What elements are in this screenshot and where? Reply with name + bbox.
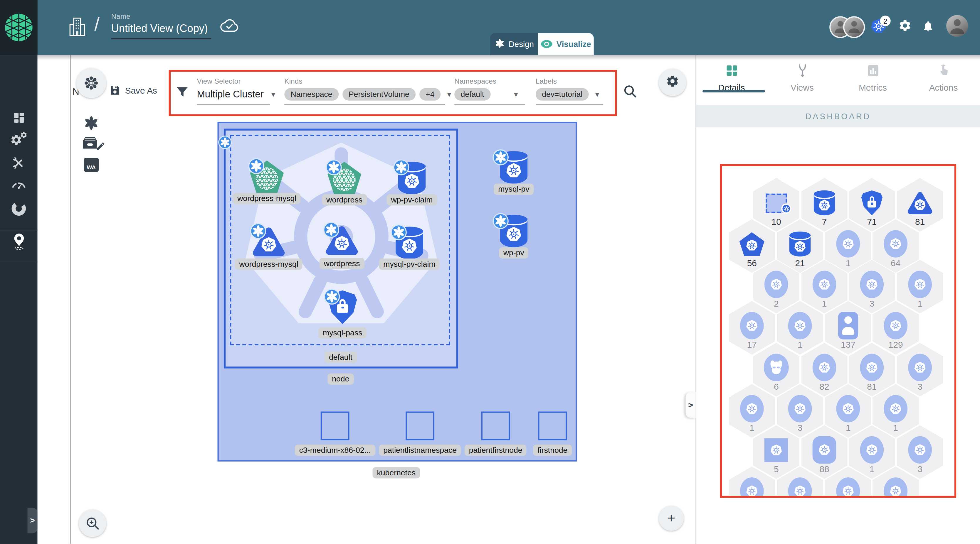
header-shadow — [0, 55, 980, 60]
eye-icon — [541, 40, 553, 48]
zoom-in-button[interactable] — [79, 510, 106, 537]
oval-icon — [740, 395, 764, 422]
hex-cell-oval[interactable]: 3 — [897, 425, 943, 479]
view-selector-label: View Selector — [197, 78, 277, 85]
oval-icon — [884, 230, 907, 258]
label-chip[interactable]: dev=tutorial — [536, 88, 589, 101]
view-name-input[interactable]: Untitled View (Copy) — [111, 22, 208, 35]
panel-collapse-chevron[interactable]: > — [686, 392, 696, 418]
search-icon[interactable] — [623, 84, 638, 98]
design-spiral-icon — [494, 38, 505, 51]
view-name-underline — [111, 38, 212, 39]
view-selector-group: View Selector Multiple Cluster ▼ — [197, 78, 277, 105]
app-root: / Name Untitled View (Copy) Design Visua… — [0, 0, 980, 544]
speedometer-icon — [11, 179, 26, 189]
wasm-tool-icon[interactable]: WA — [84, 158, 99, 172]
user-avatar[interactable] — [946, 15, 968, 36]
tab-views[interactable]: Views — [767, 55, 837, 92]
tool-strip: WA > — [38, 55, 71, 544]
chevron-down-icon[interactable]: ▼ — [512, 90, 519, 98]
chevron-down-icon[interactable]: ▼ — [594, 90, 601, 98]
tab-actions-label: Actions — [929, 82, 958, 92]
hex-cell-oval[interactable]: 17 — [729, 301, 775, 355]
node-label: wordpress — [322, 194, 367, 205]
save-as-label: Save As — [125, 85, 157, 95]
cloud-sync-icon[interactable] — [220, 18, 239, 33]
sidebar-item-configuration[interactable] — [0, 156, 38, 170]
chevron-down-icon[interactable]: ▼ — [446, 90, 453, 98]
settings-gear-icon[interactable] — [898, 19, 912, 35]
kinds-label: Kinds — [284, 78, 453, 85]
group-label-default: default — [325, 352, 357, 363]
tab-design[interactable]: Design — [490, 33, 538, 55]
node-label: wp-pv-claim — [387, 194, 437, 205]
meshery-operator-badge — [493, 213, 509, 232]
kind-chip[interactable]: Namespace — [284, 88, 339, 101]
shapes-fab-button[interactable] — [76, 68, 106, 98]
kind-chip[interactable]: PersistentVolume — [342, 88, 416, 101]
namespaces-filter-group: Namespaces default ▼ — [454, 78, 525, 105]
hex-cell-oval[interactable]: 1 — [729, 384, 775, 438]
sidebar-item-performance[interactable] — [0, 179, 38, 189]
meshery-logo-icon — [5, 13, 33, 42]
host-node-firstnode[interactable] — [538, 411, 567, 440]
kind-chip[interactable]: +4 — [419, 88, 441, 101]
tab-actions[interactable]: Actions — [908, 55, 978, 92]
namespace-icon — [765, 193, 787, 213]
flower-dots-icon — [84, 76, 99, 90]
collaborator-avatar[interactable] — [843, 16, 865, 38]
save-as-button[interactable]: Save As — [109, 84, 157, 96]
view-name-label: Name — [111, 13, 130, 20]
organization-icon[interactable] — [69, 17, 86, 36]
notifications-bell-icon[interactable] — [922, 19, 934, 33]
hex-cell-triangle[interactable]: 81 — [897, 178, 943, 232]
tab-metrics-label: Metrics — [859, 82, 887, 92]
tab-visualize[interactable]: Visualize — [538, 33, 593, 55]
host-node-patientfirstnode[interactable] — [481, 411, 510, 440]
labels-filter-group: Labels dev=tutorial ▼ — [536, 78, 603, 105]
canvas-settings-button[interactable] — [659, 69, 686, 96]
design-spiral-tool-icon[interactable] — [83, 115, 99, 134]
tab-visualize-label: Visualize — [557, 39, 591, 49]
volume-icon — [814, 190, 835, 216]
tab-details[interactable]: Details — [696, 55, 767, 92]
square-icon — [764, 438, 788, 462]
chevron-down-icon[interactable]: ▼ — [270, 90, 277, 98]
sidebar-item-extensions[interactable] — [0, 201, 38, 216]
oval-icon — [884, 477, 907, 498]
node-label: wordpress-mysql — [233, 193, 301, 204]
details-grid-icon — [725, 63, 738, 78]
save-floppy-icon — [109, 84, 120, 96]
meshery-operator-badge — [493, 149, 509, 168]
host-node-patientlistnamespace[interactable] — [406, 411, 434, 440]
meshery-operator-badge — [326, 159, 342, 178]
oval-icon — [837, 395, 860, 422]
field-underline — [284, 104, 445, 105]
meshery-logo[interactable] — [0, 0, 38, 55]
host-node-c3-medium-x86-02...[interactable] — [321, 411, 350, 440]
sidebar-item-dashboard[interactable] — [0, 111, 38, 124]
sidebar-expand-chevron[interactable]: > — [28, 508, 38, 533]
gear-icon — [666, 74, 679, 90]
add-node-button[interactable]: + — [659, 506, 684, 531]
sidebar-item-lifecycle[interactable] — [0, 133, 38, 146]
sidebar-item-environment[interactable] — [0, 233, 38, 250]
field-underline — [536, 104, 603, 105]
meshery-operator-badge — [393, 159, 409, 178]
oval-icon — [813, 354, 837, 381]
views-icon — [795, 63, 809, 78]
view-selector-value[interactable]: Multiple Cluster — [197, 89, 263, 100]
host-label: c3-medium-x86-02... — [295, 444, 375, 456]
oval-icon — [908, 436, 932, 464]
host-label: patientlistnamespace — [379, 444, 461, 456]
namespace-chip[interactable]: default — [454, 88, 490, 101]
node-label: mysql-pv-claim — [379, 259, 440, 270]
hex-cell-oval[interactable]: 3 — [897, 343, 943, 397]
triangle-icon — [907, 191, 932, 215]
roundsquare-icon — [813, 436, 837, 464]
tab-metrics[interactable]: Metrics — [838, 55, 908, 92]
edit-pencil-icon[interactable] — [96, 141, 106, 151]
wrenches-icon — [12, 156, 25, 170]
oval-icon — [740, 312, 764, 339]
oval-icon — [884, 312, 907, 339]
